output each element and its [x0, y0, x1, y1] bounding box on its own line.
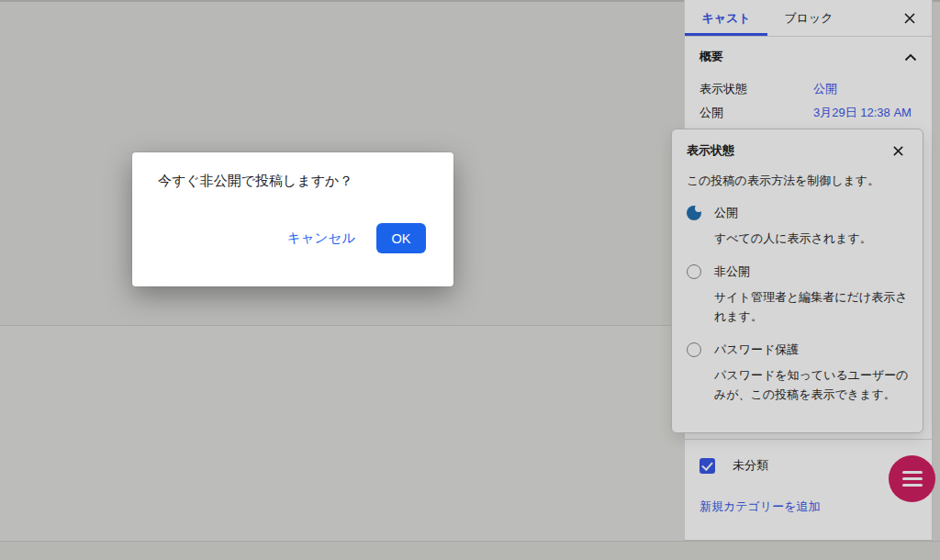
confirm-dialog-message: 今すぐ非公開で投稿しますか？ [158, 173, 352, 190]
cancel-button[interactable]: キャンセル [280, 226, 363, 251]
ok-button[interactable]: OK [376, 223, 426, 253]
confirm-dialog-buttons: キャンセル OK [280, 223, 426, 253]
confirm-dialog: 今すぐ非公開で投稿しますか？ キャンセル OK [132, 152, 453, 286]
